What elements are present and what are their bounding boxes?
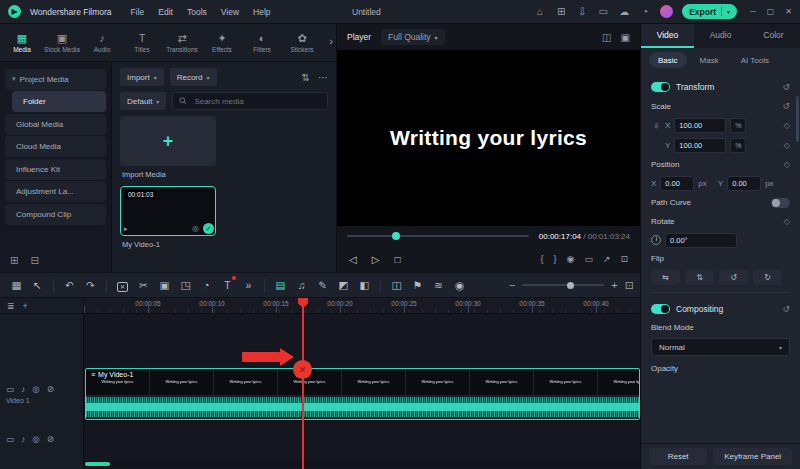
- tab-stock-media[interactable]: ▣ Stock Media: [42, 33, 82, 53]
- avatar[interactable]: [660, 5, 673, 18]
- speed-icon[interactable]: ◔: [196, 273, 217, 297]
- snapshot-icon[interactable]: ◉: [567, 254, 575, 264]
- edit-pen-icon[interactable]: ✎: [312, 273, 333, 297]
- keyframe-diamond-icon[interactable]: ◇: [784, 121, 790, 130]
- delete-folder-icon[interactable]: ⊟: [30, 255, 38, 266]
- sidebar-item-folder[interactable]: Folder: [12, 91, 106, 112]
- track-type-icon[interactable]: ▭: [6, 384, 14, 394]
- path-curve-toggle[interactable]: [771, 198, 790, 208]
- track-type-icon[interactable]: ▭: [6, 434, 14, 444]
- crop-icon[interactable]: ◳: [175, 273, 196, 297]
- notification-icon[interactable]: ◔: [639, 6, 651, 17]
- subtab-ai-tools[interactable]: AI Tools: [732, 52, 778, 68]
- import-media-tile[interactable]: +: [120, 116, 216, 166]
- reset-button[interactable]: Reset: [649, 448, 707, 465]
- fullscreen-icon[interactable]: ⊡: [620, 254, 628, 264]
- hide-track-icon[interactable]: ◎: [32, 384, 39, 394]
- tab-stickers[interactable]: ✿ Stickers: [282, 33, 322, 53]
- transform-toggle[interactable]: [651, 82, 670, 92]
- reset-icon[interactable]: ↺: [782, 304, 790, 314]
- reset-icon[interactable]: ↺: [782, 101, 790, 111]
- expand-icon[interactable]: ↗: [603, 254, 611, 264]
- rotate-cw-button[interactable]: ↻: [753, 270, 782, 285]
- mute-track-icon[interactable]: ♪: [21, 384, 25, 394]
- quality-dropdown[interactable]: Full Quality ▾: [381, 29, 445, 45]
- snapshot-tool-icon[interactable]: ◉: [449, 273, 470, 297]
- menu-item[interactable]: Help: [253, 7, 270, 17]
- subtab-basic[interactable]: Basic: [649, 52, 687, 68]
- mask-icon[interactable]: ◩: [333, 273, 354, 297]
- props-tab-video[interactable]: Video: [641, 24, 694, 48]
- playhead[interactable]: [302, 298, 304, 469]
- menu-item[interactable]: File: [131, 7, 145, 17]
- marker-icon[interactable]: ⚑: [407, 273, 428, 297]
- sidebar-item-influence-kit[interactable]: Influence Kit: [5, 159, 106, 180]
- video-clip-tile[interactable]: 00:01:03 ▸ ◎ ✓: [120, 186, 216, 236]
- rotate-input[interactable]: 0.00°: [665, 233, 737, 248]
- sidebar-item-adjustment-layer[interactable]: Adjustment La...: [5, 181, 106, 202]
- seek-bar[interactable]: [347, 235, 529, 237]
- lock-track-icon[interactable]: ⊘: [47, 434, 54, 444]
- position-x-input[interactable]: 0.00: [660, 176, 694, 191]
- add-to-timeline-icon[interactable]: ▤: [270, 273, 291, 297]
- more-options-icon[interactable]: ⋯: [318, 72, 328, 83]
- close-button[interactable]: ✕: [785, 7, 792, 16]
- timeline-video-clip[interactable]: ≡ My Video-1 Writting your lyricsWrittin…: [85, 368, 640, 420]
- props-tab-color[interactable]: Color: [747, 24, 800, 48]
- split-clip-icon[interactable]: ◫: [386, 273, 407, 297]
- link-scale-icon[interactable]: ∞: [652, 120, 661, 130]
- keyframe-diamond-icon[interactable]: ◇: [784, 217, 790, 226]
- add-folder-icon[interactable]: ⊞: [10, 255, 18, 266]
- properties-scrollbar-thumb[interactable]: [796, 96, 799, 142]
- menu-item[interactable]: Tools: [187, 7, 207, 17]
- chroma-key-icon[interactable]: ◧: [354, 273, 375, 297]
- cloud-icon[interactable]: ☁: [618, 6, 630, 17]
- delete-icon[interactable]: ✕: [112, 273, 133, 297]
- timeline-scrollbar-thumb[interactable]: [85, 462, 110, 466]
- sort-icon[interactable]: ⇅: [302, 72, 310, 83]
- reset-icon[interactable]: ↺: [782, 82, 790, 92]
- zoom-slider[interactable]: [522, 284, 604, 286]
- mute-track-icon[interactable]: ♪: [21, 434, 25, 444]
- position-y-input[interactable]: 0.00: [727, 176, 761, 191]
- timeline-body[interactable]: 00:00:0500:00:1000:00:1500:00:2000:00:25…: [84, 298, 640, 469]
- preview-quality-icon[interactable]: ▣: [621, 32, 630, 43]
- add-track-icon[interactable]: +: [23, 301, 28, 311]
- seek-handle[interactable]: [392, 232, 400, 240]
- tab-titles[interactable]: T Titles: [122, 33, 162, 53]
- keyframe-diamond-icon[interactable]: ◇: [784, 141, 790, 150]
- display-icon[interactable]: ▭: [597, 6, 609, 17]
- tab-filters[interactable]: ◐ Filters: [242, 33, 282, 53]
- save-icon[interactable]: ⇩: [576, 6, 588, 17]
- maximize-button[interactable]: ▢: [767, 7, 775, 16]
- play-icon[interactable]: ▷: [372, 254, 380, 265]
- tabs-overflow-icon[interactable]: ›: [329, 35, 333, 47]
- view-mode-icon[interactable]: ◫: [602, 32, 611, 43]
- video-track-header[interactable]: ▭♪◎⊘ Video 1: [0, 368, 83, 420]
- rotate-dial-icon[interactable]: [651, 235, 661, 245]
- export-button[interactable]: Export ▾: [682, 4, 737, 19]
- tab-effects[interactable]: ✦ Effects: [202, 33, 242, 53]
- record-button[interactable]: Record ▾: [170, 68, 217, 86]
- rotate-ccw-button[interactable]: ↺: [719, 270, 748, 285]
- scale-y-input[interactable]: 100.00: [674, 138, 726, 153]
- zoom-out-icon[interactable]: −: [509, 279, 515, 291]
- menu-item[interactable]: View: [221, 7, 239, 17]
- record-voiceover-icon[interactable]: ♫: [291, 273, 312, 297]
- flip-vertical-button[interactable]: ⇅: [685, 270, 714, 285]
- quick-text-icon[interactable]: T: [217, 273, 238, 297]
- sidebar-item-compound-clip[interactable]: Compound Clip: [5, 204, 106, 225]
- subtab-mask[interactable]: Mask: [691, 52, 728, 68]
- zoom-slider-handle[interactable]: [567, 282, 574, 289]
- manage-tracks-icon[interactable]: ≣: [7, 301, 15, 311]
- timeline-ruler[interactable]: 00:00:0500:00:1000:00:1500:00:2000:00:25…: [84, 298, 640, 314]
- previous-frame-icon[interactable]: ◁: [349, 254, 357, 265]
- sidebar-item-project-media[interactable]: ▾ Project Media: [5, 69, 106, 90]
- split-scissors-icon[interactable]: ✂: [133, 273, 154, 297]
- import-button[interactable]: Import ▾: [120, 68, 164, 86]
- aspect-ratio-icon[interactable]: ▭: [584, 254, 593, 264]
- sidebar-item-cloud-media[interactable]: Cloud Media: [5, 136, 106, 157]
- tab-media[interactable]: ▦ Media: [2, 33, 42, 53]
- view-default-dropdown[interactable]: Default ▾: [120, 92, 166, 110]
- mark-in-icon[interactable]: {: [541, 254, 544, 264]
